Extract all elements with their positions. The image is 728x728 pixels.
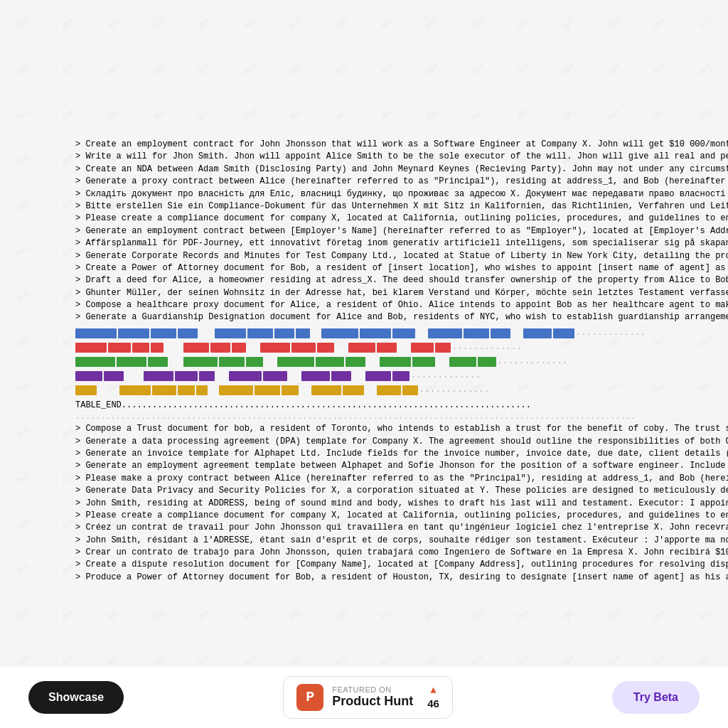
block: [119, 385, 151, 395]
block: [523, 328, 552, 338]
block: [219, 357, 245, 367]
text-line: > Generate an employment contract betwee…: [75, 225, 728, 237]
block: [301, 371, 330, 381]
block: [75, 343, 107, 353]
upvote-arrow-icon: ▲: [430, 685, 436, 696]
block: [75, 357, 115, 367]
block: [178, 385, 195, 395]
block: [316, 357, 344, 367]
block: [392, 371, 410, 381]
block: [380, 357, 411, 367]
text-line: > Generate Corporate Records and Minutes…: [75, 250, 728, 262]
separator-line: ........................................…: [75, 412, 728, 423]
row-dots: .............: [576, 328, 646, 339]
block: [296, 328, 310, 338]
block: [215, 328, 246, 338]
text-line: > Generate a proxy contract between Alic…: [75, 176, 728, 188]
vote-count: 46: [427, 697, 439, 710]
text-line: > Create a dispute resolution document f…: [75, 559, 728, 571]
row-dots: .............: [411, 370, 481, 382]
block: [75, 371, 102, 381]
text-line: > Generate Data Privacy and Security Pol…: [75, 485, 728, 497]
bottom-bar: Showcase P FEATURED ON Product Hunt ▲ 46…: [0, 665, 728, 728]
block: [317, 343, 334, 353]
product-hunt-icon: P: [296, 684, 323, 711]
block: [282, 385, 299, 395]
text-line: > Generate a data processing agreement (…: [75, 436, 728, 448]
block: [104, 371, 124, 381]
text-line: > Compose a Trust document for bob, a re…: [75, 423, 728, 435]
main-content: > Create an employment contract for John…: [75, 139, 728, 584]
block: [377, 385, 401, 395]
block: [260, 343, 290, 353]
ph-text-block: FEATURED ON Product Hunt: [332, 685, 413, 709]
text-line: > Compose a healthcare proxy document fo…: [75, 299, 728, 311]
ph-votes: ▲ 46: [427, 685, 439, 710]
block: [132, 343, 149, 353]
block: [402, 385, 418, 395]
text-lines: > Create an employment contract for John…: [75, 139, 728, 324]
block: [75, 385, 97, 395]
block: [478, 357, 496, 367]
product-hunt-badge[interactable]: P FEATURED ON Product Hunt ▲ 46: [283, 676, 453, 719]
row-dots: .............: [419, 385, 490, 396]
block: [199, 371, 215, 381]
text-line: > Generate a Guardianship Designation do…: [75, 311, 728, 323]
block: [411, 343, 434, 353]
text-line: > Please create a compliance document fo…: [75, 510, 728, 522]
block: [346, 357, 365, 367]
block: [108, 343, 131, 353]
block: [464, 328, 489, 338]
text-line: > Create a Power of Attorney document fo…: [75, 262, 728, 274]
block: [392, 328, 415, 338]
block-row-3: .............: [75, 355, 728, 368]
block: [377, 343, 397, 353]
text-line: > Please make a proxy contract between A…: [75, 473, 728, 485]
block: [365, 371, 391, 381]
text-line: > Generate an invoice template for Alpha…: [75, 448, 728, 460]
block-row-5: .............: [75, 384, 728, 397]
block: [210, 343, 230, 353]
text-line: > Bitte erstellen Sie ein Compliance-Dok…: [75, 200, 728, 213]
block: [219, 385, 253, 395]
text-line: > Create an employment contract for John…: [75, 139, 728, 151]
text-line: > Produce a Power of Attorney document f…: [75, 572, 728, 584]
post-text-lines: > Compose a Trust document for bob, a re…: [75, 423, 728, 584]
block: [360, 328, 391, 338]
row-dots: .............: [452, 342, 523, 353]
text-line: > Складіть документ про власність для Ел…: [75, 188, 728, 200]
block: [144, 371, 173, 381]
block: [196, 385, 208, 395]
text-line: > Generate an employment agreement templ…: [75, 460, 728, 472]
block: [175, 371, 198, 381]
block: [247, 328, 273, 338]
block: [331, 371, 351, 381]
table-end-line: TABLE_END...............................…: [75, 400, 728, 412]
text-line: > Crear un contrato de trabajo para John…: [75, 547, 728, 559]
block: [277, 357, 314, 367]
block: [491, 328, 510, 338]
block-row-1: .............: [75, 327, 728, 340]
block: [183, 343, 209, 353]
try-beta-button[interactable]: Try Beta: [612, 681, 700, 714]
text-line: > Please create a compliance document fo…: [75, 213, 728, 225]
block: [412, 357, 435, 367]
block: [343, 385, 364, 395]
text-line: > Ghunter Müller, der seinen Wohnsitz in…: [75, 287, 728, 299]
block: [348, 343, 375, 353]
block: [449, 357, 476, 367]
block-row-2: .............: [75, 341, 728, 354]
block: [428, 328, 462, 338]
block: [263, 371, 287, 381]
block: [291, 343, 316, 353]
block: [118, 328, 149, 338]
text-line: > Affärsplanmall för PDF-Journey, ett in…: [75, 237, 728, 250]
block: [246, 357, 263, 367]
text-line: > John Smith, residing at ADDRESS, being…: [75, 498, 728, 510]
block: [274, 328, 294, 338]
text-line: > Write a will for Jhon Smith. Jhon will…: [75, 151, 728, 163]
block: [148, 357, 168, 367]
showcase-button[interactable]: Showcase: [28, 681, 124, 714]
block: [183, 357, 218, 367]
product-hunt-name: Product Hunt: [332, 694, 413, 709]
